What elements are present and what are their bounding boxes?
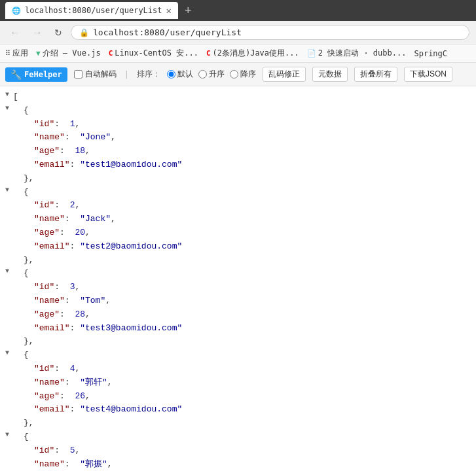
sort-asc-radio[interactable]	[198, 70, 207, 78]
json-line: "age": 28,	[0, 308, 476, 322]
toggle-btn[interactable]: ▼	[3, 90, 12, 99]
lock-icon: 🔒	[79, 28, 89, 37]
line-content: {	[24, 430, 473, 444]
line-content: },	[24, 417, 473, 430]
sort-desc-radio[interactable]	[230, 70, 238, 78]
refresh-button[interactable]: ↻	[51, 26, 65, 39]
back-button[interactable]: ←	[7, 26, 24, 40]
sort-default[interactable]: 默认	[167, 69, 193, 80]
toggle-btn	[3, 281, 12, 290]
toggle-btn[interactable]: ▼	[3, 430, 12, 440]
tab-close-btn[interactable]: ✕	[166, 5, 172, 16]
sort-asc[interactable]: 升序	[198, 69, 225, 80]
bookmark-spring[interactable]: SpringC	[414, 49, 447, 58]
toggle-btn	[3, 403, 12, 412]
toggle-btn[interactable]: ▼	[3, 104, 12, 113]
auto-decode-input[interactable]	[74, 70, 82, 78]
line-content: },	[24, 254, 473, 268]
toggle-btn	[3, 417, 12, 426]
fix-encoding-button[interactable]: 乱码修正	[263, 67, 306, 82]
json-content-area: ▼[▼{"id": 1,"name": "Jone","age": 18,"em…	[0, 86, 476, 471]
json-line: ▼[	[0, 90, 476, 104]
bookmark-apps[interactable]: ⠿ 应用	[5, 48, 28, 59]
line-content: {	[24, 349, 473, 362]
sort-label: 排序：	[137, 69, 160, 80]
line-content: "age": 28,	[34, 308, 473, 322]
bookmark-vuejs[interactable]: ▼ 介绍 — Vue.js	[36, 48, 101, 59]
toggle-btn[interactable]: ▼	[3, 267, 12, 276]
line-content: "name": "郭轩",	[34, 376, 473, 390]
line-content: "email": "test3@baomidou.com"	[34, 322, 473, 336]
json-line: },	[0, 254, 476, 268]
json-line: },	[0, 172, 476, 186]
raw-data-button[interactable]: 元数据	[312, 67, 348, 82]
line-content: "name": "Jone",	[34, 131, 473, 145]
line-content: [	[13, 90, 473, 104]
toggle-btn	[3, 226, 12, 236]
toggle-btn	[3, 254, 12, 263]
toggle-btn	[3, 240, 12, 249]
json-line: "name": "Tom",	[0, 294, 476, 308]
json-line: ▼{	[0, 104, 476, 118]
fehelper-logo: 🔧 FeHelper	[5, 67, 67, 82]
bookmark-linux[interactable]: C Linux-CentOS 安...	[109, 48, 198, 59]
toggle-btn	[3, 199, 12, 208]
json-line: "name": "郭振",	[0, 458, 476, 471]
toggle-btn	[3, 172, 12, 181]
auto-decode-checkbox[interactable]: 自动解码	[74, 69, 117, 80]
tab-favicon: 🌐	[12, 7, 21, 15]
sort-options: 默认 升序 降序	[167, 69, 256, 80]
toggle-btn	[3, 362, 12, 372]
json-line: "id": 5,	[0, 444, 476, 458]
sort-asc-label: 升序	[209, 69, 225, 80]
json-line: },	[0, 417, 476, 430]
line-content: "id": 2,	[34, 199, 473, 213]
toggle-btn	[3, 213, 12, 222]
json-line: "id": 1,	[0, 118, 476, 131]
line-content: "email": "test4@baomidou.com"	[34, 403, 473, 417]
line-content: {	[24, 186, 473, 200]
toggle-btn	[3, 145, 12, 154]
line-content: },	[24, 335, 473, 349]
sort-default-label: 默认	[177, 69, 193, 80]
address-field[interactable]: 🔒 localhost:8080/user/queryList	[71, 25, 469, 40]
dubbo-icon: 📄	[307, 49, 316, 58]
bookmark-linux-label: Linux-CentOS 安...	[115, 48, 198, 59]
line-content: "email": "test2@baomidou.com"	[34, 240, 473, 254]
vuejs-icon: ▼	[36, 49, 41, 58]
line-content: "age": 26,	[34, 390, 473, 404]
sort-default-radio[interactable]	[167, 70, 175, 78]
auto-decode-label: 自动解码	[85, 69, 117, 80]
java-icon: C	[206, 49, 211, 58]
line-content: "name": "郭振",	[34, 458, 473, 471]
line-content: {	[24, 267, 473, 281]
fold-all-button[interactable]: 折叠所有	[354, 67, 397, 82]
sort-desc[interactable]: 降序	[230, 69, 256, 80]
bookmark-vuejs-label: 介绍 — Vue.js	[43, 48, 101, 59]
json-line: },	[0, 335, 476, 349]
apps-icon: ⠿	[5, 49, 10, 58]
line-content: "name": "Jack",	[34, 213, 473, 226]
toggle-btn	[3, 131, 12, 140]
download-json-button[interactable]: 下载JSON	[404, 67, 452, 82]
json-line: "age": 26,	[0, 390, 476, 404]
bookmark-spring-label: SpringC	[414, 49, 447, 58]
separator-1: |	[124, 70, 129, 79]
toggle-btn	[3, 444, 12, 453]
toggle-btn	[3, 335, 12, 344]
browser-tab[interactable]: 🌐 localhost:8080/user/queryList ✕	[5, 2, 178, 19]
json-line: ▼{	[0, 186, 476, 200]
toggle-btn	[3, 390, 12, 399]
new-tab-button[interactable]: +	[185, 4, 192, 18]
json-line: "email": "test2@baomidou.com"	[0, 240, 476, 254]
json-line: "age": 20,	[0, 226, 476, 240]
toggle-btn[interactable]: ▼	[3, 349, 12, 358]
json-line: "name": "Jone",	[0, 131, 476, 145]
toggle-btn[interactable]: ▼	[3, 186, 12, 195]
bookmark-java[interactable]: C (2条消息)Java使用...	[206, 48, 299, 59]
linux-icon: C	[109, 49, 113, 58]
json-line: "name": "郭轩",	[0, 376, 476, 390]
bookmark-dubbo[interactable]: 📄 2 快速启动 · dubb...	[307, 48, 407, 59]
forward-button[interactable]: →	[29, 26, 46, 40]
json-line: "id": 4,	[0, 362, 476, 376]
